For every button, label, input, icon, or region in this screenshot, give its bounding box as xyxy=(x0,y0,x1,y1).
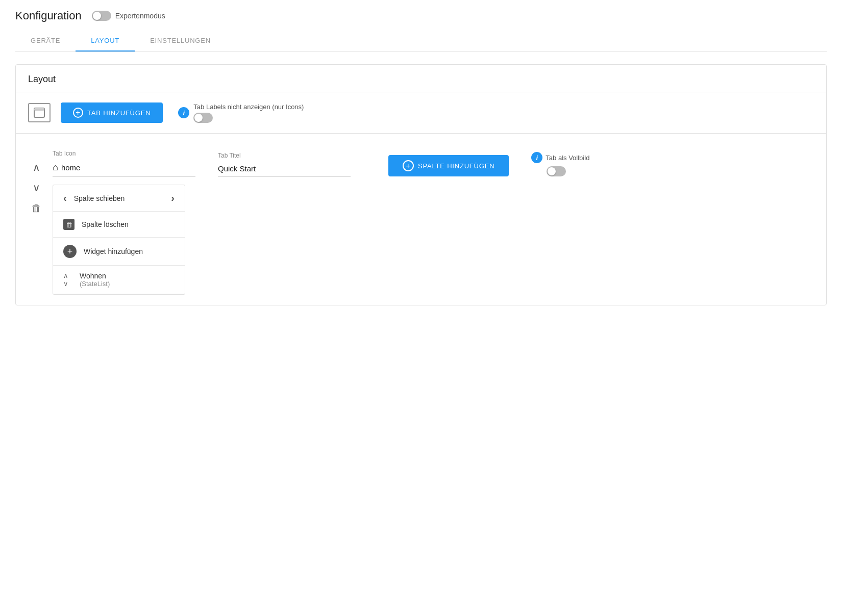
column-delete-row[interactable]: 🗑 Spalte löschen xyxy=(53,212,185,238)
tab-icon-value: home xyxy=(61,163,81,172)
widget-name: Wohnen xyxy=(80,272,110,280)
tab-move-down-button[interactable]: ∨ xyxy=(28,179,44,196)
main-tabs: GERÄTE LAYOUT EINSTELLUNGEN xyxy=(15,31,827,52)
tab-labels-info-label: Tab Labels nicht anzeigen (nur Icons) xyxy=(193,103,304,111)
tab-title-label: Tab Titel xyxy=(218,152,361,159)
add-tab-plus-icon: + xyxy=(73,108,83,118)
chevron-down-icon: ∨ xyxy=(33,182,40,194)
tab-vollbild-group: i Tab als Vollbild xyxy=(531,152,589,176)
column-delete-label: Spalte löschen xyxy=(82,220,129,228)
tab-labels-toggle-group: i Tab Labels nicht anzeigen (nur Icons) xyxy=(178,103,304,123)
add-widget-row[interactable]: + Widget hinzufügen xyxy=(53,238,185,266)
vollbild-toggle[interactable] xyxy=(547,166,566,176)
tab-einstellungen[interactable]: EINSTELLUNGEN xyxy=(135,31,226,52)
trash-icon: 🗑 xyxy=(31,202,41,214)
tab-icon-input[interactable]: ⌂ home xyxy=(53,160,195,176)
add-widget-icon: + xyxy=(63,245,77,258)
tab-left-controls: ∧ ∨ 🗑 xyxy=(28,159,44,216)
expertenmodus-toggle-group: Expertenmodus xyxy=(92,11,165,21)
tab-config-row: ∧ ∨ 🗑 xyxy=(28,144,814,295)
tab-labels-toggle[interactable] xyxy=(193,113,213,123)
column-move-label: Spalte schieben xyxy=(74,194,125,202)
chevron-up-icon: ∧ xyxy=(33,161,40,173)
tab-icon-field-group: Tab Icon ⌂ home xyxy=(53,150,195,176)
section-title: Layout xyxy=(16,65,826,92)
tab-layout[interactable]: LAYOUT xyxy=(76,31,135,52)
tab-config-section: ∧ ∨ 🗑 xyxy=(16,134,826,305)
tab-icon-preview xyxy=(28,103,51,122)
vollbild-info-icon[interactable]: i xyxy=(531,152,542,163)
layout-section-card: Layout + TAB HINZUFÜGEN i xyxy=(15,64,827,305)
tab-labels-info-icon[interactable]: i xyxy=(178,107,189,118)
widget-wohnen-row: ∧ ∨ Wohnen (StateList) xyxy=(53,266,185,294)
widget-type: (StateList) xyxy=(80,280,110,288)
tab-title-field-group: Tab Titel xyxy=(218,152,361,176)
chevron-right-icon: › xyxy=(171,192,175,204)
add-column-plus-icon: + xyxy=(403,160,414,171)
svg-rect-1 xyxy=(34,108,44,111)
expertenmodus-toggle[interactable] xyxy=(92,11,111,21)
widget-down-icon[interactable]: ∨ xyxy=(63,280,68,288)
widget-updown-controls: ∧ ∨ xyxy=(63,272,68,288)
layout-controls-row: + TAB HINZUFÜGEN i Tab Labels nicht anze… xyxy=(16,92,826,134)
add-tab-button[interactable]: + TAB HINZUFÜGEN xyxy=(61,102,163,123)
tab-geraete[interactable]: GERÄTE xyxy=(15,31,76,52)
column-panel: ‹ Spalte schieben › 🗑 Spalte löschen xyxy=(53,185,185,295)
tab-title-input[interactable] xyxy=(218,162,351,176)
add-column-button-label: SPALTE HINZUFÜGEN xyxy=(418,162,494,170)
tab-move-up-button[interactable]: ∧ xyxy=(28,159,44,175)
column-move-row[interactable]: ‹ Spalte schieben › xyxy=(53,185,185,212)
tab-delete-button[interactable]: 🗑 xyxy=(28,200,44,216)
chevron-left-icon: ‹ xyxy=(63,192,67,204)
add-widget-label: Widget hinzufügen xyxy=(84,247,143,255)
expertenmodus-label: Expertenmodus xyxy=(115,12,165,20)
add-tab-button-label: TAB HINZUFÜGEN xyxy=(87,109,151,117)
column-delete-icon: 🗑 xyxy=(63,219,75,230)
home-icon: ⌂ xyxy=(53,162,58,173)
widget-up-icon[interactable]: ∧ xyxy=(63,272,68,280)
vollbild-label: Tab als Vollbild xyxy=(546,154,589,162)
page-title: Konfiguration xyxy=(15,9,82,22)
add-column-button[interactable]: + SPALTE HINZUFÜGEN xyxy=(388,155,509,176)
tab-icon-label: Tab Icon xyxy=(53,150,195,157)
